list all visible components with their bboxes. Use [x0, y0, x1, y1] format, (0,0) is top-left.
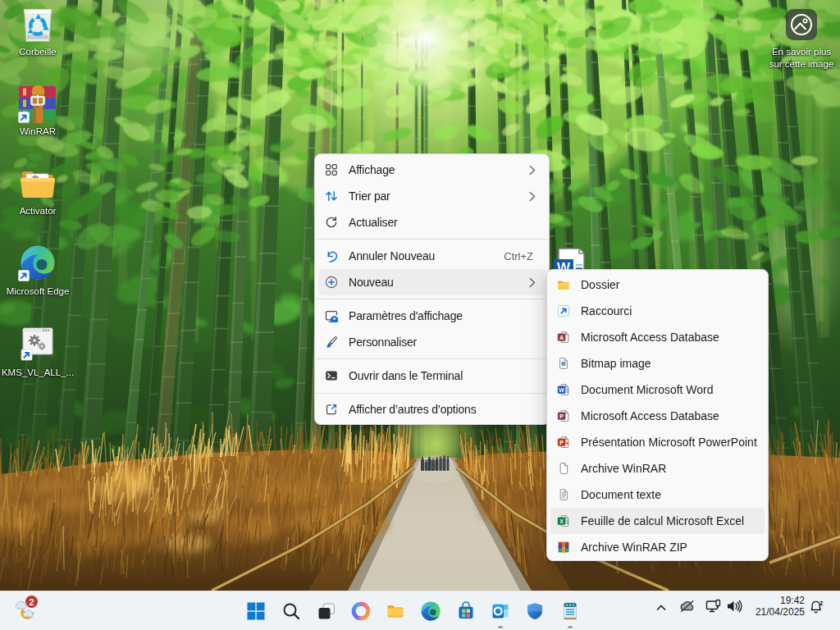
svg-text:A: A	[559, 334, 564, 341]
svg-text:X: X	[559, 518, 564, 525]
svg-text:P: P	[559, 439, 564, 446]
svg-text:z: z	[819, 599, 823, 607]
svg-text:P: P	[559, 413, 564, 420]
svg-text:W: W	[559, 386, 564, 394]
